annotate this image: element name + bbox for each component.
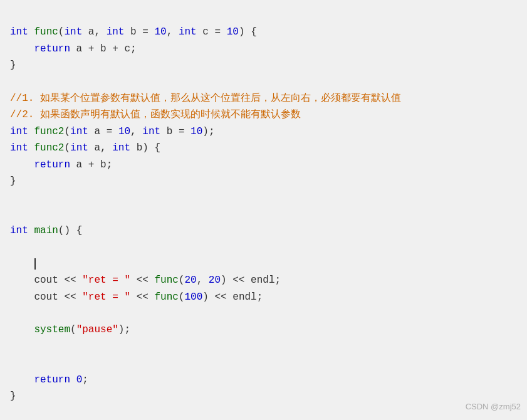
line-1: int func(int a, int b = 10, int c = 10) … (10, 26, 257, 38)
line-17: cout << "ret = " << func(100) << endl; (10, 291, 263, 303)
line-2: return a + b + c; (10, 43, 137, 55)
line-10: } (10, 176, 16, 187)
code-editor: int func(int a, int b = 10, int c = 10) … (10, 8, 517, 404)
line-7: int func2(int a = 10, int b = 10); (10, 126, 215, 137)
line-19: system("pause"); (10, 324, 130, 335)
line-16: cout << "ret = " << func(20, 20) << endl… (10, 275, 281, 286)
line-8: int func2(int a, int b) { (10, 142, 160, 154)
line-6: //2. 如果函数声明有默认值，函数实现的时候就不能有默认参数 (10, 109, 301, 120)
line-5: //1. 如果某个位置参数有默认值，那么从这个位置往后，从左向右，必须都要有默认… (10, 93, 401, 104)
line-3: } (10, 60, 16, 71)
line-22: return 0; (10, 374, 88, 386)
watermark-label: CSDN @zmj52 (466, 401, 521, 414)
line-23: } (10, 391, 16, 402)
line-13: int main() { (10, 225, 82, 236)
line-15 (10, 258, 36, 270)
text-cursor (34, 258, 36, 270)
line-9: return a + b; (10, 159, 112, 171)
